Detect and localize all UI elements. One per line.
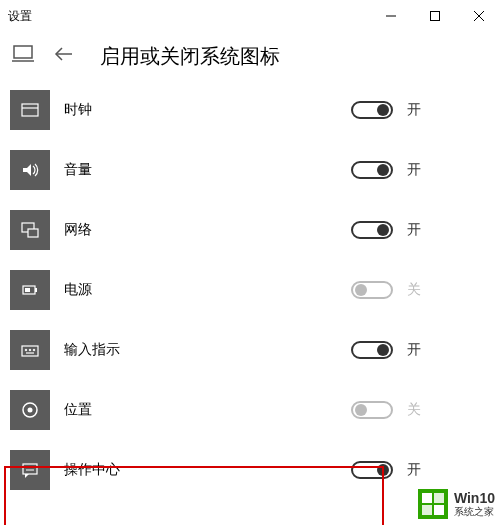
volume-icon: [10, 150, 50, 190]
svg-rect-14: [25, 288, 30, 292]
svg-marker-23: [25, 474, 29, 478]
row-label: 位置: [64, 401, 351, 419]
svg-rect-13: [35, 288, 37, 292]
toggle-network[interactable]: [351, 221, 393, 239]
power-icon: [10, 270, 50, 310]
toggle-state-label: 开: [407, 461, 421, 479]
setting-row-network: 网络 开: [0, 200, 501, 260]
setting-row-power: 电源 关: [0, 260, 501, 320]
row-label: 网络: [64, 221, 351, 239]
content: 时钟 开 音量 开 网络 开 电源 关: [0, 80, 501, 500]
svg-marker-9: [23, 164, 31, 176]
watermark: Win10 系统之家: [416, 487, 497, 521]
back-button[interactable]: [54, 44, 74, 68]
svg-rect-28: [434, 493, 444, 503]
svg-point-17: [29, 349, 31, 351]
toggle-power[interactable]: [351, 281, 393, 299]
page-title: 启用或关闭系统图标: [100, 43, 280, 70]
row-label: 输入指示: [64, 341, 351, 359]
location-icon: [10, 390, 50, 430]
svg-point-18: [33, 349, 35, 351]
network-icon: [10, 210, 50, 250]
titlebar: 设置: [0, 0, 501, 32]
header: 启用或关闭系统图标: [0, 32, 501, 80]
row-label: 时钟: [64, 101, 351, 119]
svg-rect-4: [14, 46, 32, 58]
svg-point-16: [25, 349, 27, 351]
toggle-ime[interactable]: [351, 341, 393, 359]
close-button[interactable]: [457, 0, 501, 32]
svg-rect-7: [22, 104, 38, 116]
svg-rect-29: [422, 505, 432, 515]
row-label: 电源: [64, 281, 351, 299]
svg-rect-1: [431, 12, 440, 21]
svg-point-21: [28, 408, 33, 413]
toggle-state-label: 开: [407, 341, 421, 359]
action-center-icon: [10, 450, 50, 490]
toggle-state-label: 关: [407, 401, 421, 419]
svg-rect-30: [434, 505, 444, 515]
device-icon: [12, 45, 34, 67]
setting-row-volume: 音量 开: [0, 140, 501, 200]
svg-rect-27: [422, 493, 432, 503]
toggle-state-label: 开: [407, 161, 421, 179]
svg-rect-11: [28, 229, 38, 237]
watermark-text: Win10 系统之家: [454, 491, 495, 517]
toggle-state-label: 开: [407, 101, 421, 119]
clock-icon: [10, 90, 50, 130]
toggle-state-label: 开: [407, 221, 421, 239]
win10-logo-icon: [418, 489, 448, 519]
toggle-state-label: 关: [407, 281, 421, 299]
keyboard-icon: [10, 330, 50, 370]
window-controls: [369, 0, 501, 32]
toggle-action-center[interactable]: [351, 461, 393, 479]
toggle-volume[interactable]: [351, 161, 393, 179]
row-label: 操作中心: [64, 461, 351, 479]
toggle-clock[interactable]: [351, 101, 393, 119]
row-label: 音量: [64, 161, 351, 179]
setting-row-location: 位置 关: [0, 380, 501, 440]
setting-row-clock: 时钟 开: [0, 80, 501, 140]
setting-row-ime: 输入指示 开: [0, 320, 501, 380]
watermark-brand: Win10: [454, 491, 495, 506]
maximize-button[interactable]: [413, 0, 457, 32]
minimize-button[interactable]: [369, 0, 413, 32]
toggle-location[interactable]: [351, 401, 393, 419]
watermark-site: 系统之家: [454, 506, 495, 517]
svg-rect-22: [23, 464, 37, 474]
window-title: 设置: [8, 8, 369, 25]
